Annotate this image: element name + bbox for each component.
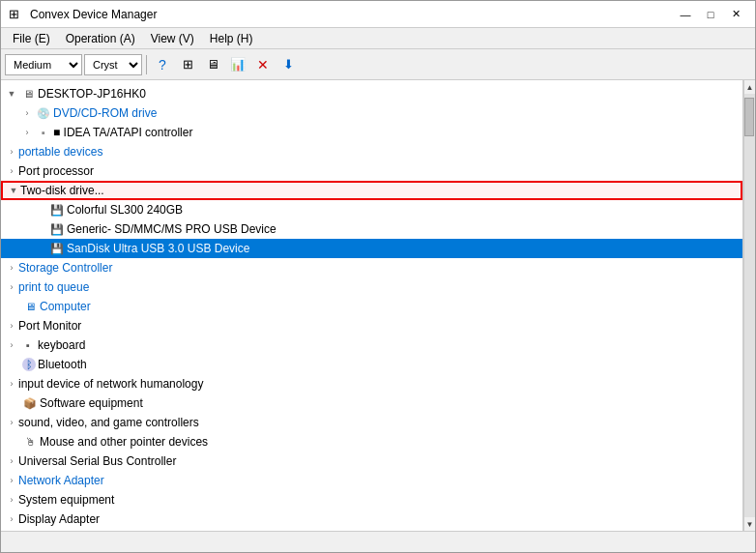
list-item[interactable]: › Network Adapter xyxy=(1,471,742,490)
list-item[interactable]: 💾 Colorful SL300 240GB xyxy=(1,200,742,219)
list-item[interactable]: › sound, video, and game controllers xyxy=(1,413,742,432)
usb-label: Universal Serial Bus Controller xyxy=(18,454,176,468)
computer-icon: 🖥 xyxy=(20,86,36,102)
net-label: Network Adapter xyxy=(18,474,104,487)
list-item[interactable]: 📦 Software equipment xyxy=(1,393,742,413)
comp-label: Computer xyxy=(40,300,91,313)
scroll-down-button[interactable]: ▼ xyxy=(744,517,756,531)
toolbar-help-button[interactable]: ? xyxy=(151,53,174,76)
title-controls: — □ ✕ xyxy=(674,6,747,23)
display-adapter-item[interactable]: › Display Adapter xyxy=(1,509,742,529)
toolbar: Medium Cryst ? ⊞ 🖥 📊 ✕ ⬇ xyxy=(1,49,755,80)
delete-icon: ✕ xyxy=(257,57,269,73)
device-tree[interactable]: ▼ 🖥 DESKTOP-JP16HK0 › 💿 DVD/CD-ROM drive… xyxy=(1,80,743,531)
app-icon: ⊞ xyxy=(9,7,24,22)
root-expand-icon[interactable]: ▼ xyxy=(5,87,18,101)
scroll-thumb[interactable] xyxy=(744,98,754,136)
list-item[interactable]: 🖱 Mouse and other pointer devices xyxy=(1,432,742,451)
menu-view[interactable]: View (V) xyxy=(143,30,202,47)
portmon-label: Port Monitor xyxy=(18,319,81,333)
close-button[interactable]: ✕ xyxy=(724,6,747,23)
title-bar: ⊞ Convex Device Manager — □ ✕ xyxy=(1,1,755,28)
idea-icon: ▪ xyxy=(36,125,51,140)
list-item[interactable]: › System equipment xyxy=(1,490,742,509)
list-item[interactable]: › input device of network humanology xyxy=(1,374,742,393)
menu-operation[interactable]: Operation (A) xyxy=(58,30,143,47)
list-item[interactable]: › Port Monitor xyxy=(1,316,742,335)
menu-help[interactable]: Help (H) xyxy=(202,30,261,47)
minimize-button[interactable]: — xyxy=(674,6,697,23)
window-title: Convex Device Manager xyxy=(30,8,157,21)
list-item[interactable]: › print to queue xyxy=(1,277,742,297)
bt-icon: ᛒ xyxy=(22,358,36,371)
main-window: ⊞ Convex Device Manager — □ ✕ File (E) O… xyxy=(0,0,756,553)
toolbar-delete-button[interactable]: ✕ xyxy=(251,53,275,76)
kb-icon: ▪ xyxy=(20,337,36,353)
toolbar-combo-medium[interactable]: Medium xyxy=(5,54,82,75)
list-item[interactable]: › ▪ ■ IDEA TA/ATAPI controller xyxy=(1,123,742,142)
vertical-scrollbar[interactable]: ▲ ▼ xyxy=(743,80,755,531)
storage-expand-icon[interactable]: › xyxy=(5,261,18,275)
portable-expand-icon[interactable]: › xyxy=(5,145,18,159)
toolbar-separator-1 xyxy=(146,55,147,74)
twodisk-label: Two-disk drive... xyxy=(20,184,104,197)
sandisk-item[interactable]: 💾 SanDisk Ultra USB 3.0 USB Device xyxy=(1,239,742,258)
list-item[interactable]: › 💿 DVD/CD-ROM drive xyxy=(1,103,742,123)
two-disk-item[interactable]: ▼ Two-disk drive... xyxy=(1,181,742,200)
dvd-icon: 💿 xyxy=(36,105,51,121)
kb-expand-icon[interactable]: › xyxy=(5,338,18,352)
device-icon: 📊 xyxy=(230,57,246,72)
mouse-icon: 🖱 xyxy=(22,434,38,450)
sound-expand-icon[interactable]: › xyxy=(5,416,18,429)
input-expand-icon[interactable]: › xyxy=(5,377,18,391)
toolbar-download-button[interactable]: ⬇ xyxy=(276,53,300,76)
colorful-icon: 💾 xyxy=(49,202,65,218)
list-item[interactable]: ᛒ Bluetooth xyxy=(1,355,742,374)
generic-label: Generic- SD/MMC/MS PRO USB Device xyxy=(67,222,276,236)
list-item[interactable]: › Universal Serial Bus Controller xyxy=(1,451,742,471)
display-label: Display Adapter xyxy=(18,512,100,526)
sw-label: Software equipment xyxy=(40,396,143,410)
toolbar-monitor-button[interactable]: 🖥 xyxy=(201,53,224,76)
status-bar xyxy=(1,531,755,552)
net-expand-icon[interactable]: › xyxy=(5,474,18,487)
list-item[interactable]: › Storage Controller xyxy=(1,258,742,277)
idea-label: ■ IDEA TA/ATAPI controller xyxy=(53,126,192,139)
help-icon: ? xyxy=(159,57,166,73)
sound-label: sound, video, and game controllers xyxy=(18,416,199,429)
portable-label: portable devices xyxy=(18,145,102,159)
scroll-track xyxy=(744,94,756,517)
idea-expand-icon[interactable]: › xyxy=(20,126,34,139)
sys-label: System equipment xyxy=(18,493,114,507)
input-label: input device of network humanology xyxy=(18,377,203,391)
list-item[interactable]: 🖥 Computer xyxy=(1,297,742,316)
portmon-expand-icon[interactable]: › xyxy=(5,319,18,333)
comp-icon: 🖥 xyxy=(22,299,38,314)
list-item[interactable]: › portable devices xyxy=(1,142,742,161)
usb-expand-icon[interactable]: › xyxy=(5,454,18,468)
twodisk-expand-icon[interactable]: ▼ xyxy=(7,184,20,197)
sys-expand-icon[interactable]: › xyxy=(5,493,18,507)
list-item[interactable]: 💾 Generic- SD/MMC/MS PRO USB Device xyxy=(1,219,742,239)
generic-icon: 💾 xyxy=(49,221,65,237)
grid-icon: ⊞ xyxy=(183,57,193,72)
print-expand-icon[interactable]: › xyxy=(5,280,18,294)
portproc-expand-icon[interactable]: › xyxy=(5,164,18,178)
menu-file[interactable]: File (E) xyxy=(5,30,58,47)
scroll-up-button[interactable]: ▲ xyxy=(744,80,756,94)
sandisk-label: SanDisk Ultra USB 3.0 USB Device xyxy=(67,242,249,255)
mouse-label: Mouse and other pointer devices xyxy=(40,435,208,449)
toolbar-combo-cryst[interactable]: Cryst xyxy=(84,54,142,75)
maximize-button[interactable]: □ xyxy=(699,6,722,23)
toolbar-device-button[interactable]: 📊 xyxy=(226,53,249,76)
bt-label: Bluetooth xyxy=(38,358,87,371)
list-item[interactable]: › ▪ keyboard xyxy=(1,335,742,355)
tree-root[interactable]: ▼ 🖥 DESKTOP-JP16HK0 xyxy=(1,84,742,103)
list-item[interactable]: › Port processor xyxy=(1,161,742,181)
dvd-label: DVD/CD-ROM drive xyxy=(53,106,157,120)
download-icon: ⬇ xyxy=(283,57,294,72)
display-expand-icon[interactable]: › xyxy=(5,512,18,526)
dvd-expand-icon[interactable]: › xyxy=(20,106,34,120)
title-bar-left: ⊞ Convex Device Manager xyxy=(9,7,157,22)
toolbar-grid-button[interactable]: ⊞ xyxy=(176,53,199,76)
